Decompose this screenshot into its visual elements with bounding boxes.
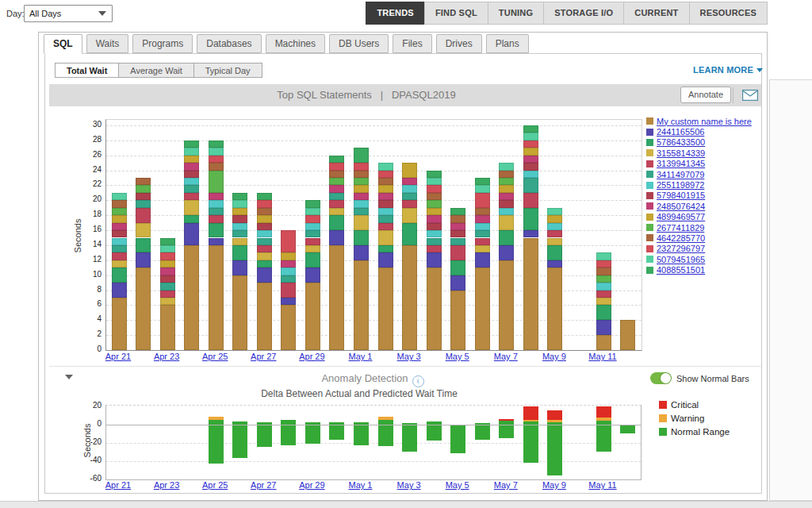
bar-segment[interactable]	[427, 245, 442, 252]
anomaly-bar-critical[interactable]	[523, 406, 538, 420]
legend-link[interactable]: 4899469577	[657, 212, 705, 221]
bar-segment[interactable]	[523, 193, 538, 208]
bar-segment[interactable]	[136, 185, 151, 192]
bar-segment[interactable]	[596, 320, 611, 335]
bar-segment[interactable]	[547, 245, 562, 260]
anomaly-bar-normal[interactable]	[354, 422, 369, 445]
bar-segment[interactable]	[499, 245, 514, 260]
legend-link[interactable]: 5798401915	[657, 190, 705, 200]
bar-segment[interactable]	[596, 267, 611, 275]
bar-segment[interactable]	[184, 163, 199, 170]
bar-segment[interactable]	[232, 275, 247, 350]
bar-segment[interactable]	[281, 305, 296, 350]
bar-segment[interactable]	[329, 185, 344, 192]
x-axis-date-link[interactable]: Apr 21	[98, 352, 138, 361]
bar-segment[interactable]	[475, 208, 490, 215]
bar-segment[interactable]	[596, 298, 611, 305]
nav-item-find-sql[interactable]: FIND SQL	[424, 2, 488, 25]
bar-segment[interactable]	[378, 193, 393, 200]
bar-segment[interactable]	[112, 245, 127, 252]
legend-link[interactable]: 2677411829	[657, 223, 704, 233]
bar-segment[interactable]	[305, 215, 320, 222]
bar-segment[interactable]	[305, 283, 320, 350]
bar-segment[interactable]	[523, 148, 538, 155]
bar-segment[interactable]	[136, 200, 151, 207]
subtab-typical-day[interactable]: Typical Day	[193, 63, 262, 78]
bar-segment[interactable]	[329, 171, 344, 178]
nav-item-trends[interactable]: TRENDS	[366, 2, 424, 25]
bar-segment[interactable]	[160, 275, 175, 283]
bar-segment[interactable]	[450, 245, 465, 260]
bar-segment[interactable]	[209, 245, 224, 350]
bar-segment[interactable]	[257, 223, 272, 230]
x-axis-date-link[interactable]: May 7	[486, 352, 526, 361]
legend-link[interactable]: 3411497079	[657, 170, 704, 179]
bar-segment[interactable]	[232, 215, 247, 222]
bar-segment[interactable]	[450, 260, 465, 275]
legend-link[interactable]: 5786433500	[657, 137, 705, 147]
bar-segment[interactable]	[427, 208, 442, 215]
bar-segment[interactable]	[475, 185, 490, 192]
bar-segment[interactable]	[499, 163, 514, 170]
bar-segment[interactable]	[427, 171, 442, 178]
bar-segment[interactable]	[184, 171, 199, 178]
bar-segment[interactable]	[329, 163, 344, 170]
x-axis-date-link[interactable]: Apr 29	[292, 352, 331, 361]
bar-segment[interactable]	[596, 283, 611, 290]
anomaly-bar-normal[interactable]	[596, 421, 611, 452]
x-axis-date-link[interactable]: Apr 27	[243, 352, 283, 361]
bar-segment[interactable]	[523, 238, 538, 350]
bar-segment[interactable]	[112, 260, 127, 267]
learn-more-link[interactable]: LEARN MORE	[693, 65, 763, 75]
bar-segment[interactable]	[257, 252, 272, 260]
tab-programs[interactable]: Programs	[132, 34, 193, 53]
bar-segment[interactable]	[499, 215, 514, 230]
legend-link[interactable]: 2327296797	[657, 244, 705, 253]
bar-segment[interactable]	[547, 238, 562, 245]
bar-segment[interactable]	[427, 267, 442, 350]
bar-segment[interactable]	[427, 223, 442, 230]
nav-item-tuning[interactable]: TUNING	[488, 2, 544, 25]
bar-segment[interactable]	[499, 178, 514, 185]
x-axis-date-link[interactable]: Apr 21	[98, 480, 138, 490]
anomaly-bar-normal[interactable]	[450, 425, 465, 454]
bar-segment[interactable]	[450, 215, 465, 222]
bar-segment[interactable]	[402, 185, 417, 192]
bar-segment[interactable]	[305, 267, 320, 283]
x-axis-date-link[interactable]: May 7	[486, 480, 526, 490]
bar-segment[interactable]	[378, 267, 393, 350]
bar-segment[interactable]	[354, 171, 369, 178]
bar-segment[interactable]	[547, 223, 562, 230]
bar-segment[interactable]	[329, 193, 344, 200]
x-axis-date-link[interactable]: Apr 23	[147, 352, 186, 361]
bar-segment[interactable]	[112, 298, 127, 350]
nav-item-current[interactable]: CURRENT	[623, 2, 689, 25]
x-axis-date-link[interactable]: May 11	[583, 480, 622, 490]
tab-waits[interactable]: Waits	[86, 34, 129, 53]
bar-segment[interactable]	[499, 171, 514, 178]
bar-segment[interactable]	[547, 267, 562, 350]
bar-segment[interactable]	[354, 163, 369, 170]
bar-segment[interactable]	[329, 200, 344, 207]
anomaly-bar-normal[interactable]	[209, 420, 224, 464]
x-axis-date-link[interactable]: May 3	[389, 352, 429, 361]
bar-segment[interactable]	[354, 200, 369, 207]
bar-segment[interactable]	[184, 148, 199, 155]
subtab-average-wait[interactable]: Average Wait	[118, 63, 193, 78]
bar-segment[interactable]	[257, 215, 272, 222]
bar-segment[interactable]	[160, 283, 175, 290]
bar-segment[interactable]	[160, 245, 175, 252]
anomaly-bar-normal[interactable]	[257, 422, 272, 447]
bar-segment[interactable]	[281, 267, 296, 275]
bar-segment[interactable]	[184, 193, 199, 200]
bar-segment[interactable]	[112, 223, 127, 230]
bar-segment[interactable]	[209, 163, 224, 170]
bar-segment[interactable]	[450, 275, 465, 291]
tab-sql[interactable]: SQL	[44, 34, 82, 54]
collapse-caret-icon[interactable]	[65, 375, 73, 379]
nav-item-resources[interactable]: RESOURCES	[689, 2, 768, 25]
bar-segment[interactable]	[450, 230, 465, 237]
bar-segment[interactable]	[596, 305, 611, 320]
bar-segment[interactable]	[329, 245, 344, 350]
tab-machines[interactable]: Machines	[266, 34, 325, 53]
